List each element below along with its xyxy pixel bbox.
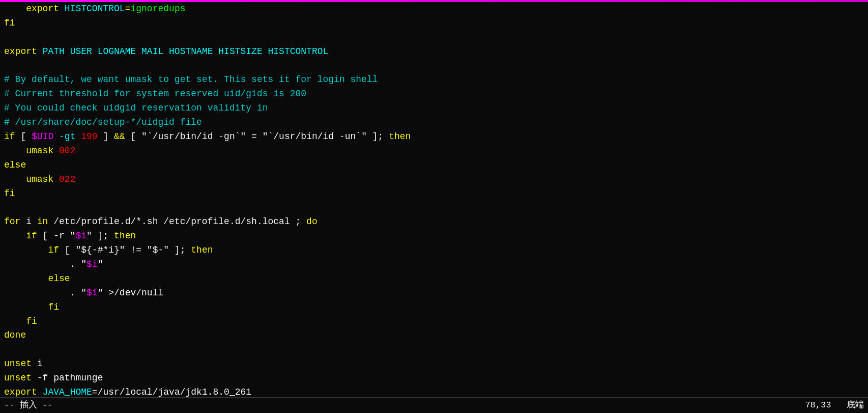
code-token: unset (4, 359, 37, 369)
editor-line: # By default, we want umask to get set. … (4, 73, 864, 87)
editor-line: # /usr/share/doc/setup-*/uidgid file (4, 116, 864, 130)
code-token: export (4, 387, 43, 397)
code-token: && (114, 131, 125, 142)
vim-mode: -- 插入 -- (4, 399, 52, 412)
code-token: . " (4, 288, 86, 298)
cursor-position: 78,33 底端 (805, 399, 864, 412)
code-token: 199 (81, 131, 97, 142)
editor-line: umask 022 (4, 173, 864, 187)
code-token: i (20, 216, 37, 227)
editor-line: else (4, 272, 864, 286)
code-token: $i (75, 231, 86, 241)
code-token: $i (86, 288, 98, 298)
editor-line: fi (4, 315, 864, 329)
code-token: if (4, 131, 15, 142)
code-token: umask (4, 146, 59, 156)
code-token: =/usr/local/java/jdk1.8.0_261 (92, 387, 251, 397)
editor-line: if [ -r "$i" ]; then (4, 229, 864, 243)
code-token: umask (4, 174, 59, 184)
code-token: [ -r " (37, 231, 76, 241)
code-token: else (4, 160, 26, 170)
code-token: " (98, 259, 103, 269)
code-token: then (114, 231, 136, 241)
code-token: /etc/profile.d/*.sh /etc/profile.d/sh.lo… (48, 216, 306, 227)
code-token: fi (4, 188, 15, 199)
code-token: . " (4, 259, 86, 269)
code-token: in (37, 216, 48, 227)
code-token: fi (4, 302, 59, 312)
editor-line: fi (4, 16, 864, 31)
code-token: JAVA_HOME (43, 387, 92, 397)
code-token: export (4, 4, 65, 14)
editor-line (4, 343, 864, 357)
editor-line: . "$i" (4, 258, 864, 272)
editor-line: if [ "${-#*i}" != "$-" ]; then (4, 243, 864, 258)
code-token: = (125, 4, 131, 14)
code-token: ignoredups (130, 4, 185, 14)
editor-line: export HISTCONTROL=ignoredups (4, 2, 864, 16)
code-token: [ "${-#*i}" != "$-" ]; (59, 245, 191, 255)
code-token: ] (98, 131, 114, 142)
editor-line: export PATH USER LOGNAME MAIL HOSTNAME H… (4, 45, 864, 59)
code-token: [ (15, 131, 32, 142)
editor-line: umask 002 (4, 144, 864, 158)
code-token: " ]; (86, 231, 114, 241)
editor-line (4, 59, 864, 73)
code-token: PATH USER LOGNAME MAIL HOSTNAME HISTSIZE… (43, 46, 329, 57)
code-token: -f pathmunge (37, 373, 103, 383)
code-token: i (37, 359, 43, 369)
code-token: fi (4, 316, 37, 326)
code-token: then (191, 245, 213, 255)
editor-line (4, 31, 864, 45)
code-token: # /usr/share/doc/setup-*/uidgid file (4, 117, 202, 127)
code-token: 022 (59, 174, 75, 184)
code-token: # You could check uidgid reservation val… (4, 103, 268, 113)
editor-line: # Current threshold for system reserved … (4, 87, 864, 101)
code-token: $i (86, 259, 98, 269)
editor-line: . "$i" >/dev/null (4, 286, 864, 300)
code-token: done (4, 330, 26, 340)
code-token: if (4, 231, 37, 241)
editor-line: else (4, 158, 864, 173)
editor-line: fi (4, 300, 864, 315)
code-token: fi (4, 18, 15, 28)
editor-line: unset i (4, 357, 864, 371)
editor-line: done (4, 328, 864, 343)
editor-line: if [ $UID -gt 199 ] && [ "`/usr/bin/id -… (4, 130, 864, 144)
code-token: # Current threshold for system reserved … (4, 89, 306, 99)
code-token: if (4, 245, 59, 255)
code-token: -gt (53, 131, 81, 142)
code-token: then (389, 131, 411, 142)
editor-line: # You could check uidgid reservation val… (4, 101, 864, 116)
editor-area: export HISTCONTROL=ignoredupsfi export P… (0, 2, 868, 399)
code-token: do (306, 216, 317, 227)
editor-line (4, 201, 864, 215)
code-token: else (4, 273, 70, 284)
editor-line: fi (4, 187, 864, 201)
code-token: for (4, 216, 20, 227)
editor-line: unset -f pathmunge (4, 371, 864, 386)
code-token: # By default, we want umask to get set. … (4, 74, 378, 85)
code-token: " >/dev/null (98, 288, 164, 298)
code-token: $UID (32, 131, 53, 142)
code-token: 002 (59, 146, 75, 156)
code-token: [ "`/usr/bin/id -gn`" = "`/usr/bin/id -u… (125, 131, 389, 142)
code-token: unset (4, 373, 37, 383)
status-bar: -- 插入 -- 78,33 底端 (0, 397, 868, 413)
code-token: export (4, 46, 43, 57)
code-token: HISTCONTROL (65, 4, 125, 14)
editor-line: for i in /etc/profile.d/*.sh /etc/profil… (4, 215, 864, 229)
